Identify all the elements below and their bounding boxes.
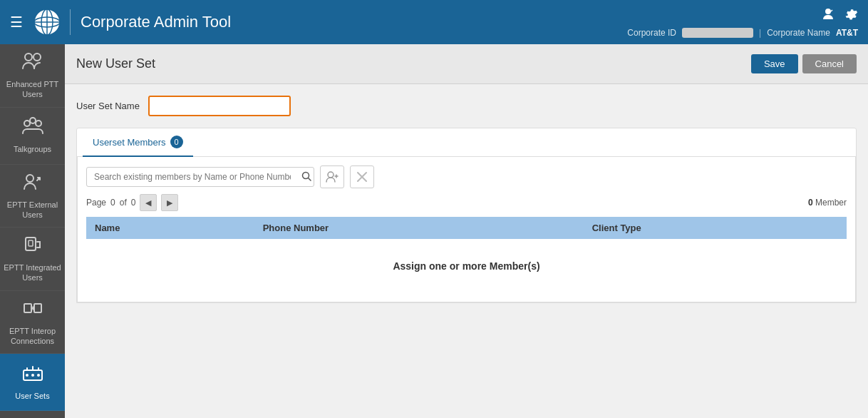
page-title: New User Set — [76, 56, 155, 71]
page-value: 0 — [110, 198, 115, 208]
next-page-button[interactable]: ▶ — [161, 194, 178, 211]
eptt-interop-icon — [21, 298, 44, 323]
user-set-name-input[interactable] — [148, 96, 291, 116]
add-member-icon — [325, 170, 339, 183]
tab-userset-members-label: Userset Members — [93, 137, 166, 148]
svg-point-8 — [24, 121, 30, 126]
svg-point-21 — [328, 172, 334, 178]
table-empty-row: Assign one or more Member(s) — [86, 239, 847, 293]
col-phone: Phone Number — [254, 217, 584, 239]
user-sets-label: User Sets — [15, 391, 49, 401]
corp-id-label: Corporate ID — [627, 28, 676, 38]
user-set-name-label: User Set Name — [76, 101, 140, 111]
eptt-external-label: EPTT External Users — [3, 200, 62, 220]
page-label: Page — [86, 198, 106, 208]
table-body: Assign one or more Member(s) — [86, 239, 847, 293]
sidebar-item-enhanced-ptt[interactable]: Enhanced PTT Users — [0, 44, 65, 108]
eptt-external-icon — [21, 172, 44, 197]
tab-userset-members-badge: 0 — [170, 136, 183, 148]
tab-content: Page 0 of 0 ◀ ▶ 0 Member — [77, 157, 856, 302]
member-count-label: Member — [815, 198, 847, 208]
remove-member-icon — [356, 170, 368, 183]
svg-point-19 — [37, 374, 40, 377]
svg-point-7 — [33, 53, 41, 61]
app-header: ☰ Corporate Admin Tool — [0, 0, 868, 44]
header-info: Corporate ID | Corporate Name AT&T — [627, 28, 858, 38]
save-button[interactable]: Save — [751, 54, 798, 73]
content-area: User Set Name Userset Members 0 — [65, 84, 868, 418]
search-row — [86, 165, 847, 188]
app-title: Corporate Admin Tool — [81, 13, 627, 31]
empty-message: Assign one or more Member(s) — [86, 239, 847, 293]
sidebar-item-eptt-external[interactable]: EPTT External Users — [0, 165, 65, 228]
search-button[interactable] — [301, 171, 311, 183]
member-count: 0 Member — [808, 198, 847, 208]
enhanced-ptt-label: Enhanced PTT Users — [3, 79, 62, 100]
gear-icon[interactable] — [844, 7, 858, 25]
main-content: New User Set Save Cancel User Set Name U… — [65, 44, 868, 418]
svg-point-10 — [36, 121, 41, 126]
user-icon[interactable] — [821, 7, 835, 25]
col-client-type: Client Type — [584, 217, 847, 239]
eptt-integrated-icon — [21, 235, 44, 260]
menu-icon[interactable]: ☰ — [10, 14, 23, 31]
of-label: of — [120, 198, 127, 208]
corp-id-value — [682, 28, 753, 38]
svg-point-17 — [26, 374, 29, 377]
svg-rect-15 — [34, 304, 41, 312]
svg-rect-12 — [26, 238, 36, 250]
talkgroups-icon — [21, 116, 44, 141]
svg-point-6 — [25, 53, 32, 61]
sidebar: Enhanced PTT Users Talkgroups — [0, 44, 65, 418]
search-icon — [301, 171, 311, 181]
user-set-name-row: User Set Name — [76, 96, 857, 116]
user-sets-icon — [21, 363, 44, 388]
add-member-button[interactable] — [320, 165, 344, 188]
member-count-value: 0 — [808, 198, 813, 208]
eptt-integrated-label: EPTT Integrated Users — [3, 262, 62, 283]
header-divider — [70, 9, 71, 35]
eptt-interop-label: EPTT Interop Connections — [3, 326, 62, 347]
members-table: Name Phone Number Client Type Assign one… — [86, 217, 847, 293]
tab-header: Userset Members 0 — [77, 128, 856, 157]
of-value: 0 — [131, 198, 136, 208]
cancel-button[interactable]: Cancel — [802, 54, 857, 73]
corp-name-label: Corporate Name — [767, 28, 830, 38]
remove-member-button[interactable] — [350, 165, 374, 188]
svg-point-18 — [31, 374, 34, 377]
search-container — [86, 167, 314, 187]
sidebar-item-eptt-interop[interactable]: EPTT Interop Connections — [0, 291, 65, 355]
search-input[interactable] — [86, 167, 314, 187]
svg-point-9 — [30, 118, 36, 123]
talkgroups-label: Talkgroups — [14, 144, 51, 154]
page-header: New User Set Save Cancel — [65, 44, 868, 84]
main-layout: Enhanced PTT Users Talkgroups — [0, 44, 868, 418]
enhanced-ptt-icon — [21, 51, 44, 76]
corp-name-value: AT&T — [836, 28, 858, 38]
svg-rect-14 — [24, 304, 31, 312]
col-name: Name — [86, 217, 254, 239]
tabs-container: Userset Members 0 — [76, 128, 857, 303]
svg-point-11 — [26, 175, 33, 182]
sidebar-item-user-sets[interactable]: User Sets — [0, 354, 65, 411]
sidebar-item-eptt-integrated[interactable]: EPTT Integrated Users — [0, 228, 65, 291]
prev-page-button[interactable]: ◀ — [140, 194, 157, 211]
att-logo — [33, 8, 61, 36]
table-header: Name Phone Number Client Type — [86, 217, 847, 239]
page-actions: Save Cancel — [751, 54, 857, 73]
tab-userset-members[interactable]: Userset Members 0 — [83, 128, 193, 157]
header-right: Corporate ID | Corporate Name AT&T — [627, 7, 858, 38]
pagination-row: Page 0 of 0 ◀ ▶ 0 Member — [86, 194, 847, 211]
pagination-left: Page 0 of 0 ◀ ▶ — [86, 194, 178, 211]
header-icons — [821, 7, 858, 25]
sidebar-item-talkgroups[interactable]: Talkgroups — [0, 108, 65, 165]
svg-rect-13 — [29, 240, 33, 246]
